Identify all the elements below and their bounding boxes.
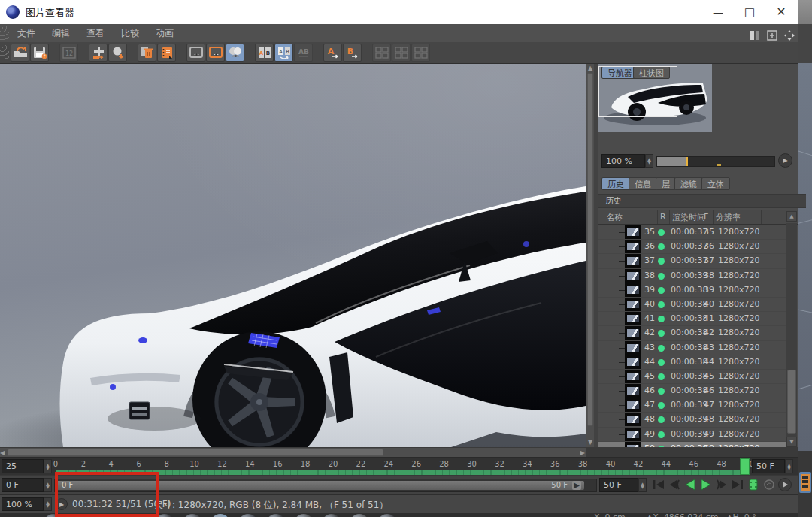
history-row-42[interactable]: 4200:00:38421280x720 xyxy=(598,326,786,340)
single-view-button[interactable] xyxy=(186,44,205,62)
nav-zoom-slider[interactable] xyxy=(656,156,775,167)
col-f[interactable]: F xyxy=(704,212,708,222)
menu-grip-handle[interactable] xyxy=(0,26,9,41)
history-row-45[interactable]: 4500:00:38451280x720 xyxy=(598,370,786,384)
menu-item-查看[interactable]: 查看 xyxy=(78,24,113,43)
delete-image-button[interactable] xyxy=(138,44,156,62)
split-pane-icon[interactable] xyxy=(749,29,761,41)
render-queue-icon[interactable] xyxy=(799,472,811,493)
clipboard-button[interactable] xyxy=(157,44,176,62)
history-table-header[interactable]: 名称 R 渲染时间 F 分辨率 xyxy=(598,210,798,225)
view-zoom-stepper[interactable]: ▲▼ xyxy=(44,497,52,511)
material-thumbnail[interactable] xyxy=(183,514,202,517)
history-row-41[interactable]: 4100:00:38411280x720 xyxy=(598,312,786,326)
col-name[interactable]: 名称 xyxy=(606,212,623,223)
current-frame-stepper[interactable]: ▲▼ xyxy=(638,478,647,492)
material-thumbnail[interactable] xyxy=(238,514,258,517)
range-start-field[interactable]: 0 F xyxy=(2,478,44,492)
open-file-button[interactable] xyxy=(11,44,29,62)
zoom-image-button[interactable] xyxy=(108,44,127,62)
material-thumbnail[interactable] xyxy=(211,514,230,517)
play-forward-button[interactable] xyxy=(698,477,714,492)
move-image-button[interactable] xyxy=(89,44,108,62)
compare-ab-button[interactable]: AB xyxy=(255,44,274,62)
tab-layer[interactable]: 层 xyxy=(656,177,676,190)
set-image-b-button[interactable]: B xyxy=(343,44,362,62)
sound-dim-button[interactable] xyxy=(762,477,777,492)
set-image-a-button[interactable]: A xyxy=(323,44,342,62)
tab-filter[interactable]: 滤镜 xyxy=(674,177,703,190)
history-row-38[interactable]: 3800:00:39381280x720 xyxy=(598,269,786,283)
col-r[interactable]: R xyxy=(660,212,666,222)
nav-zoom-field[interactable]: 100 % xyxy=(601,154,645,168)
playhead-marker[interactable] xyxy=(740,458,750,475)
multi-view-button[interactable] xyxy=(226,44,244,62)
grid-compare-1-button[interactable] xyxy=(372,44,391,62)
viewport-hscrollbar[interactable]: ◀ ▶ xyxy=(0,447,586,457)
add-pane-icon[interactable] xyxy=(766,29,778,41)
history-row-35[interactable]: 3500:00:37351280x720 xyxy=(598,225,786,240)
render-viewport[interactable] xyxy=(0,64,586,447)
save-file-button[interactable]: ? xyxy=(30,44,49,62)
compare-swap-button[interactable]: AB xyxy=(274,44,293,62)
tab-info[interactable]: 信息 xyxy=(629,177,657,190)
play-backward-button[interactable] xyxy=(683,477,698,492)
fps-field[interactable]: 25 xyxy=(2,459,44,473)
history-row-49[interactable]: 4900:00:39491280x720 xyxy=(598,428,786,442)
viewport-vscrollbar[interactable]: ▲ ▼ xyxy=(586,64,594,447)
history-row-37[interactable]: 3700:00:37371280x720 xyxy=(598,254,786,268)
menu-item-文件[interactable]: 文件 xyxy=(9,24,44,43)
history-row-50[interactable]: 5000:00:39501280x720 xyxy=(598,442,786,447)
history-row-47[interactable]: 4700:00:39471280x720 xyxy=(598,398,786,413)
material-thumbnail[interactable] xyxy=(350,514,369,517)
history-row-40[interactable]: 4000:00:38401280x720 xyxy=(598,298,786,312)
loop-region-button[interactable] xyxy=(746,477,761,492)
move-pane-icon[interactable] xyxy=(783,29,795,41)
fps-stepper[interactable]: ▲▼ xyxy=(44,459,52,473)
history-scroll-down[interactable]: ▼ xyxy=(786,437,797,447)
history-scroll-up[interactable]: ▲ xyxy=(786,211,797,222)
full-view-button[interactable] xyxy=(206,44,225,62)
material-thumbnail[interactable] xyxy=(377,514,397,517)
navigator-view-rect[interactable] xyxy=(598,66,677,117)
scroll-up-icon[interactable]: ▲ xyxy=(586,64,594,73)
navigator-preview[interactable] xyxy=(598,64,712,132)
current-frame-field[interactable]: 50 F xyxy=(599,478,638,492)
frame-counter-button[interactable]: 12 xyxy=(59,44,78,62)
grid-compare-2-button[interactable] xyxy=(392,44,411,62)
maximize-button[interactable]: □ xyxy=(733,0,766,24)
next-frame-button[interactable] xyxy=(714,477,729,492)
tab-history[interactable]: 历史 xyxy=(601,177,630,190)
material-thumbnail[interactable] xyxy=(266,514,286,517)
close-button[interactable]: ✕ xyxy=(765,0,798,24)
history-scrollbar[interactable] xyxy=(786,223,797,447)
compare-off-button[interactable]: AB xyxy=(294,44,313,62)
goto-end-button[interactable] xyxy=(730,477,745,492)
grid-compare-3-button[interactable] xyxy=(411,44,430,62)
col-resolution[interactable]: 分辨率 xyxy=(716,212,741,223)
history-row-39[interactable]: 3900:00:38391280x720 xyxy=(598,283,786,298)
end-frame-field[interactable]: 50 F xyxy=(752,459,785,473)
prev-frame-button[interactable] xyxy=(667,477,682,492)
history-row-44[interactable]: 4400:00:38441280x720 xyxy=(598,355,786,370)
history-row-36[interactable]: 3600:00:37361280x720 xyxy=(598,240,786,254)
scroll-down-icon[interactable]: ▼ xyxy=(586,438,594,447)
options-round-button[interactable] xyxy=(777,477,792,492)
material-thumbnail[interactable] xyxy=(294,514,314,517)
history-row-48[interactable]: 4800:00:39481280x720 xyxy=(598,413,786,427)
menu-item-比较[interactable]: 比较 xyxy=(113,24,147,43)
range-start-stepper[interactable]: ▲▼ xyxy=(44,478,52,492)
material-thumbnail[interactable] xyxy=(322,514,341,517)
range-expand-icon[interactable]: ▶ xyxy=(572,481,581,490)
goto-start-button[interactable] xyxy=(651,477,666,492)
menu-item-动画[interactable]: 动画 xyxy=(147,24,182,43)
history-row-43[interactable]: 4300:00:38431280x720 xyxy=(598,341,786,355)
history-row-46[interactable]: 4600:00:38461280x720 xyxy=(598,384,786,398)
minimize-button[interactable]: — xyxy=(701,0,735,24)
nav-zoom-stepper[interactable]: ▲▼ xyxy=(645,154,653,168)
end-frame-stepper[interactable]: ▲▼ xyxy=(785,459,793,473)
nav-options-button[interactable]: ▶ xyxy=(778,153,792,168)
view-zoom-field[interactable]: 100 % xyxy=(2,497,44,511)
menu-item-编辑[interactable]: 编辑 xyxy=(44,24,78,43)
tab-stereo[interactable]: 立体 xyxy=(701,177,730,190)
